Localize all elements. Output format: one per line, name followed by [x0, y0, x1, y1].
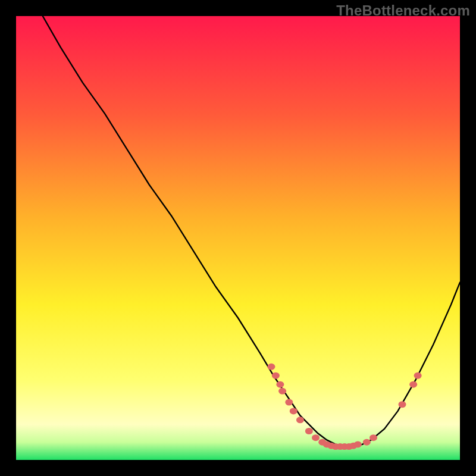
- data-marker: [276, 381, 284, 388]
- data-marker: [369, 434, 377, 441]
- data-marker: [290, 408, 298, 414]
- data-marker: [312, 434, 320, 441]
- data-marker: [285, 399, 293, 406]
- data-marker: [414, 372, 422, 379]
- data-marker: [399, 401, 406, 408]
- data-marker: [278, 388, 286, 394]
- chart-svg: [16, 16, 460, 460]
- data-marker: [272, 372, 280, 379]
- data-marker: [267, 364, 275, 370]
- data-marker: [296, 416, 304, 423]
- data-marker: [409, 381, 417, 388]
- plot-area: [16, 16, 460, 460]
- data-marker: [305, 428, 313, 434]
- data-marker: [363, 439, 371, 446]
- chart-frame: TheBottleneck.com: [0, 0, 476, 476]
- data-marker: [354, 441, 362, 447]
